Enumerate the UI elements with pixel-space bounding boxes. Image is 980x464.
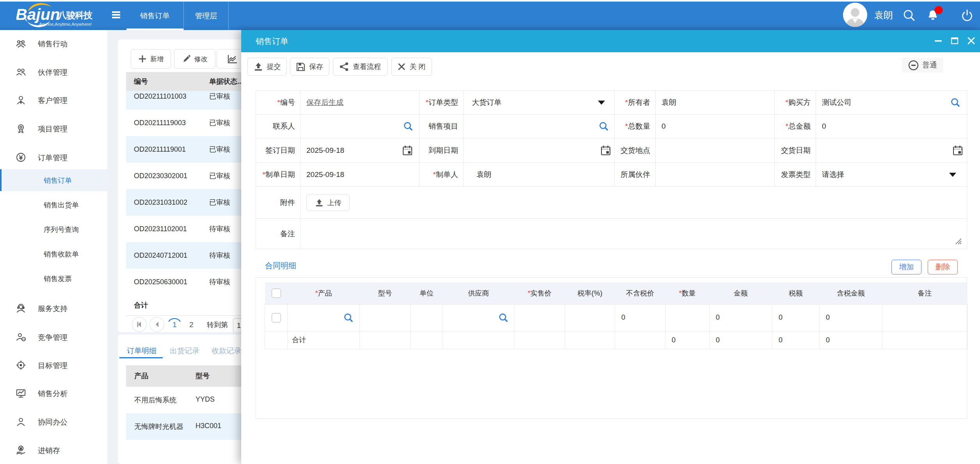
svg-text:Anyone,Anytime,Anywhere!: Anyone,Anytime,Anywhere! <box>39 22 92 27</box>
svg-text:vs: vs <box>22 338 25 340</box>
svg-text:1: 1 <box>173 321 177 329</box>
svg-text:Bajun: Bajun <box>16 5 60 23</box>
svg-text:八骏科技: 八骏科技 <box>57 10 93 20</box>
svg-text:1: 1 <box>237 322 241 329</box>
svg-text:2: 2 <box>189 321 194 329</box>
svg-text:转到第: 转到第 <box>207 321 228 329</box>
